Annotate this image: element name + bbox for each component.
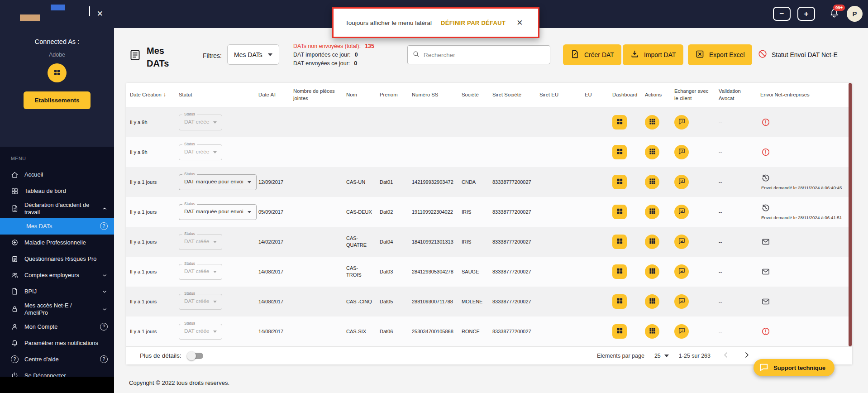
actions-button[interactable] [645, 115, 659, 129]
status-dropdown[interactable]: Status DAT créée [179, 144, 222, 160]
chat-client-button[interactable] [674, 294, 689, 309]
status-dropdown[interactable]: Status DAT créée [179, 115, 222, 130]
status-dropdown[interactable]: Status DAT marquée pour envoi [179, 204, 257, 220]
filters-label: Filtres: [203, 52, 222, 59]
table-body: Il y a 9h Status DAT créée [126, 107, 852, 346]
actions-button[interactable] [645, 324, 659, 339]
prev-page-button[interactable] [720, 350, 731, 362]
chat-smiley-icon [678, 148, 686, 157]
logo-divider [89, 6, 90, 16]
per-page-dropdown[interactable]: 25 [654, 353, 669, 359]
dashboard-button[interactable] [612, 115, 627, 129]
apps-grid-icon [649, 267, 656, 276]
envoi-history-icon[interactable] [761, 173, 770, 182]
dashboard-button[interactable] [612, 264, 627, 279]
sidebar-item-bpij[interactable]: BPIJ [0, 283, 114, 300]
notifications-button[interactable]: 99+ [828, 8, 840, 20]
dashboard-button[interactable] [612, 294, 627, 309]
excel-icon [695, 49, 705, 60]
envoi-history-icon[interactable] [761, 203, 770, 212]
organization-grid-button[interactable] [48, 63, 67, 82]
sidebar-item-centre-aide[interactable]: ? Centre d'aide ? [0, 351, 114, 368]
status-dropdown[interactable]: Status DAT créée [179, 294, 222, 310]
actions-button[interactable] [645, 175, 659, 189]
sidebar-item-accueil[interactable]: Accueil [0, 167, 114, 183]
cell-echanger-client [671, 324, 715, 339]
column-date-creation[interactable]: Date Création↓ [126, 91, 175, 98]
statut-envoi-button[interactable]: Statut Envoi DAT Net-E [758, 49, 838, 60]
chat-client-button[interactable] [674, 175, 689, 189]
apps-grid-icon [649, 118, 656, 127]
cell-date-at: 14/08/2017 [255, 298, 290, 305]
envoi-error-icon[interactable] [761, 118, 770, 127]
help-icon[interactable]: ? [100, 222, 108, 230]
cell-echanger-client [671, 115, 715, 129]
support-button[interactable]: Support technique [754, 359, 835, 376]
import-dat-button[interactable]: Import DAT [623, 44, 683, 65]
chat-client-button[interactable] [674, 324, 689, 339]
chat-client-button[interactable] [674, 235, 689, 249]
next-page-button[interactable] [741, 350, 752, 362]
sidebar-item-parametrer-notifications[interactable]: Paramétrer mes notifications [0, 335, 114, 351]
envoi-mail-icon[interactable] [761, 297, 770, 306]
sidebar-item-questionnaires-risques[interactable]: Questionnaires Risques Pro [0, 251, 114, 267]
establishments-button[interactable]: Etablissements [24, 91, 90, 109]
lock-icon [11, 305, 19, 313]
sidebar-item-maladie-professionnelle[interactable]: Maladie Professionnelle [0, 235, 114, 251]
chat-client-button[interactable] [674, 145, 689, 159]
dashboard-button[interactable] [612, 175, 627, 189]
envoi-mail-icon[interactable] [761, 237, 770, 246]
help-icon[interactable]: ? [100, 323, 108, 331]
status-dropdown[interactable]: Status DAT marquée pour envoi [179, 174, 257, 190]
actions-button[interactable] [645, 145, 659, 159]
envoi-error-icon[interactable] [761, 327, 770, 336]
table-row: Il y a 1 jours Status DAT créée 14/08/20… [126, 287, 852, 316]
table-scrollbar[interactable] [849, 83, 852, 346]
toast-close-button[interactable]: ✕ [516, 18, 523, 28]
actions-button[interactable] [645, 205, 659, 219]
zoom-in-button[interactable]: + [797, 7, 815, 21]
cell-numero-ss: 288109300711788 [408, 298, 458, 305]
status-dropdown[interactable]: Status DAT créée [179, 234, 222, 250]
envoi-error-icon[interactable] [761, 148, 770, 157]
filter-dropdown[interactable]: Mes DATs [227, 44, 279, 65]
status-dropdown[interactable]: Status DAT créée [179, 264, 222, 280]
dashboard-button[interactable] [612, 324, 627, 339]
export-excel-button[interactable]: Export Excel [688, 44, 752, 65]
set-default-button[interactable]: DÉFINIR PAR DÉFAUT [441, 19, 506, 26]
search-box [407, 45, 550, 64]
zoom-out-button[interactable]: − [773, 7, 791, 21]
dashboard-button[interactable] [612, 205, 627, 219]
chat-client-button[interactable] [674, 264, 689, 279]
help-icon[interactable]: ? [100, 355, 108, 363]
envoi-mail-icon[interactable] [761, 267, 770, 276]
status-dropdown[interactable]: Status DAT créée [179, 324, 222, 340]
sidebar-item-acces-nete-amelipro[interactable]: Mes accès Net-E / AmeliPro [0, 300, 114, 319]
sidebar-close-button[interactable]: ✕ [97, 9, 103, 19]
actions-button[interactable] [645, 294, 659, 309]
per-page-label: Elements par page [597, 353, 644, 359]
dashboard-button[interactable] [612, 145, 627, 159]
cell-echanger-client [671, 294, 715, 309]
status-field-label: Status [182, 261, 197, 266]
apps-grid-icon [649, 177, 656, 187]
details-toggle[interactable] [188, 353, 203, 359]
sidebar-item-declaration-accident[interactable]: Déclaration d'accident de travail [0, 199, 114, 218]
sidebar-item-mes-dats[interactable]: Mes DATs ? [0, 218, 114, 235]
create-dat-button[interactable]: Créer DAT [563, 44, 621, 65]
chat-client-button[interactable] [674, 205, 689, 219]
cell-actions [641, 294, 671, 309]
avatar[interactable]: P [847, 6, 863, 22]
search-input[interactable] [424, 52, 545, 58]
dashboard-button[interactable] [612, 235, 627, 249]
actions-button[interactable] [645, 264, 659, 279]
cell-date-at: 14/08/2017 [255, 268, 290, 275]
actions-button[interactable] [645, 235, 659, 249]
sidebar-item-mon-compte[interactable]: Mon Compte ? [0, 319, 114, 335]
logo-fragment [51, 5, 65, 10]
sidebar-item-comptes-employeurs[interactable]: Comptes employeurs [0, 267, 114, 283]
sidebar-item-tableau-de-bord[interactable]: Tableau de bord [0, 183, 114, 199]
bell-icon [11, 339, 19, 347]
envoi-status-text: Envoi demandé le 28/11/2024 à 06:41:51 [761, 215, 842, 220]
chat-client-button[interactable] [674, 115, 689, 129]
